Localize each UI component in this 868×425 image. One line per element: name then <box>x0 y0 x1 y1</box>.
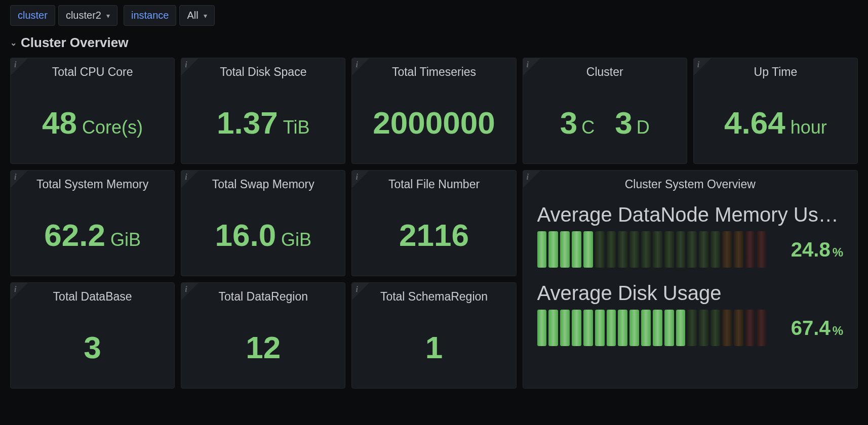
gauge-unit: % <box>833 245 843 260</box>
panel-total-cpu-core[interactable]: i Total CPU Core 48 Core(s) <box>10 58 175 164</box>
panel-title: Cluster <box>523 58 687 82</box>
panel-total-schemaregion[interactable]: i Total SchemaRegion 1 <box>351 282 516 389</box>
panel-total-disk-space[interactable]: i Total Disk Space 1.37 TiB <box>181 58 345 164</box>
gauge-segment <box>629 310 639 346</box>
stat-unit: hour <box>791 118 827 137</box>
panel-corner <box>181 58 199 75</box>
gauge-segment <box>687 231 697 268</box>
info-icon[interactable]: i <box>356 285 358 294</box>
gauge-segment <box>641 310 651 346</box>
stat-number: 16.0 <box>215 220 276 251</box>
panel-total-file-number[interactable]: i Total File Number 2116 <box>351 170 516 276</box>
panel-body: 12 <box>181 307 345 388</box>
panel-corner <box>11 283 28 300</box>
filter-group-instance: instance All ▾ <box>124 5 215 26</box>
panel-corner <box>352 171 369 188</box>
gauge-segment <box>572 310 581 346</box>
filter-bar: cluster cluster2 ▾ instance All ▾ <box>10 5 858 26</box>
gauge-segment <box>664 310 674 346</box>
filter-value-cluster-text: cluster2 <box>66 10 101 21</box>
panel-cluster[interactable]: i Cluster 3 C 3 D <box>523 58 687 164</box>
stat-number: 2116 <box>399 220 469 251</box>
gauge-segment <box>664 231 674 268</box>
gauge-segment <box>722 310 732 346</box>
stat-value: 1 <box>425 332 443 363</box>
gauge-segment <box>699 231 708 268</box>
info-icon[interactable]: i <box>14 173 16 182</box>
gauge-segment <box>618 310 627 346</box>
gauge-value: 67.4 % <box>777 317 843 339</box>
info-icon[interactable]: i <box>356 60 358 69</box>
stat-value: 3 <box>84 332 101 363</box>
panel-title: Total DataBase <box>11 283 174 307</box>
gauge-segment <box>560 310 570 346</box>
info-icon[interactable]: i <box>356 173 358 182</box>
gauge-segment <box>757 310 766 346</box>
gauge-segment <box>676 231 686 268</box>
gauge-bar-disk <box>537 310 766 346</box>
info-icon[interactable]: i <box>14 285 16 294</box>
gauge-segment <box>583 231 593 268</box>
gauge-segment <box>537 310 547 346</box>
gauge-segment <box>734 310 743 346</box>
panel-total-timeseries[interactable]: i Total Timeseries 2000000 <box>351 58 516 164</box>
gauge-segment <box>711 310 720 346</box>
gauge-segment <box>745 231 755 268</box>
chevron-down-icon: ▾ <box>106 12 110 20</box>
panel-up-time[interactable]: i Up Time 4.64 hour <box>693 58 858 164</box>
gauge-segment <box>572 231 581 268</box>
panel-corner <box>181 283 199 300</box>
filter-value-cluster[interactable]: cluster2 ▾ <box>58 5 117 26</box>
cluster-c: 3 C <box>560 105 595 141</box>
gauge-segment <box>711 231 720 268</box>
gauge-segment <box>653 231 662 268</box>
panel-body: 1.37 TiB <box>181 82 345 163</box>
panel-total-system-memory[interactable]: i Total System Memory 62.2 GiB <box>10 170 175 276</box>
gauge-memory: Average DataNode Memory Usage 24.8 % <box>537 203 843 268</box>
panel-corner <box>694 58 711 75</box>
panel-total-database[interactable]: i Total DataBase 3 <box>10 282 175 389</box>
cluster-d: 3 D <box>615 105 649 141</box>
panel-grid: i Total CPU Core 48 Core(s) i Total Disk… <box>10 58 858 389</box>
gauge-segment <box>607 310 616 346</box>
info-icon[interactable]: i <box>185 285 187 294</box>
gauge-segment <box>607 231 616 268</box>
filter-group-cluster: cluster cluster2 ▾ <box>10 5 117 26</box>
panel-total-dataregion[interactable]: i Total DataRegion 12 <box>181 282 345 389</box>
gauge-label: Average DataNode Memory Usage <box>537 203 843 226</box>
gauge-value: 24.8 % <box>777 238 843 261</box>
gauge-segment <box>734 231 743 268</box>
info-icon[interactable]: i <box>697 60 699 69</box>
panel-title: Total File Number <box>352 171 516 194</box>
panel-body: 1 <box>352 307 516 388</box>
panel-title: Total Disk Space <box>181 58 345 82</box>
chevron-down-icon: ⌄ <box>10 38 17 48</box>
panel-title: Up Time <box>694 58 857 82</box>
filter-value-instance[interactable]: All ▾ <box>179 5 214 26</box>
info-icon[interactable]: i <box>185 60 187 69</box>
stat-number: 48 <box>42 107 77 139</box>
info-icon[interactable]: i <box>527 60 529 69</box>
section-header-cluster-overview[interactable]: ⌄ Cluster Overview <box>10 35 858 51</box>
info-icon[interactable]: i <box>185 173 187 182</box>
stat-unit: D <box>637 117 650 138</box>
gauge-segment <box>618 231 627 268</box>
panel-corner <box>523 171 540 188</box>
gauge-bar-memory <box>537 231 766 268</box>
panel-body: 2000000 <box>352 82 516 163</box>
gauge-segment <box>629 231 639 268</box>
chevron-down-icon: ▾ <box>204 12 207 20</box>
stat-number: 1.37 <box>217 107 278 139</box>
gauge-segment <box>699 310 708 346</box>
panel-corner <box>523 58 540 75</box>
info-icon[interactable]: i <box>527 173 529 182</box>
gauge-segment <box>687 310 697 346</box>
gauge-segment <box>595 310 605 346</box>
gauge-segment <box>745 310 755 346</box>
panel-title: Cluster System Overview <box>523 171 857 194</box>
panel-total-swap-memory[interactable]: i Total Swap Memory 16.0 GiB <box>181 170 345 276</box>
panel-body: 62.2 GiB <box>11 194 174 276</box>
filter-value-instance-text: All <box>187 10 198 21</box>
info-icon[interactable]: i <box>14 60 16 69</box>
panel-cluster-system-overview[interactable]: i Cluster System Overview Average DataNo… <box>523 170 858 389</box>
